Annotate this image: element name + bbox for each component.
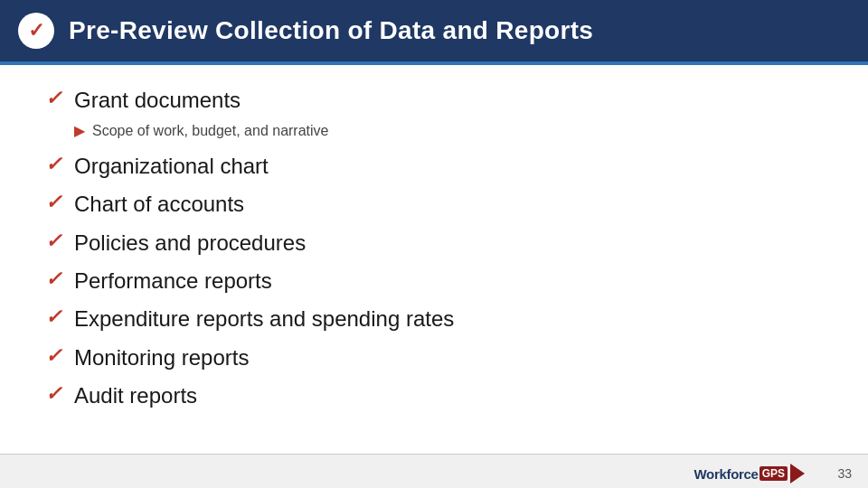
workforce-logo: Workforce GPS — [693, 466, 788, 482]
check-icon: ✓ — [28, 19, 44, 42]
checkmark-icon-2: ✓ — [45, 152, 65, 178]
list-item-policies: ✓ Policies and procedures — [45, 224, 823, 262]
list-item-org-chart: ✓ Organizational chart — [45, 147, 823, 185]
item-text-audit: Audit reports — [74, 381, 197, 410]
list-item-chart-accounts: ✓ Chart of accounts — [45, 185, 823, 223]
list-item-performance: ✓ Performance reports — [45, 262, 823, 300]
footer-logo: Workforce GPS — [693, 464, 805, 483]
arrow-icon-scope: ▶ — [74, 121, 85, 141]
checkmark-icon-3: ✓ — [45, 190, 65, 216]
list-item-grant-documents: ✓ Grant documents — [45, 81, 823, 119]
sub-item-scope: ▶ Scope of work, budget, and narrative — [45, 119, 823, 146]
sub-item-text-scope: Scope of work, budget, and narrative — [92, 121, 329, 141]
checkmark-icon-4: ✓ — [45, 229, 65, 255]
main-content: ✓ Grant documents ▶ Scope of work, budge… — [0, 65, 868, 425]
page-number: 33 — [837, 466, 852, 481]
item-text-monitoring: Monitoring reports — [74, 343, 249, 372]
logo-triangle-icon — [790, 464, 805, 483]
list-item-expenditure: ✓ Expenditure reports and spending rates — [45, 300, 823, 338]
header: ✓ Pre-Review Collection of Data and Repo… — [0, 0, 868, 61]
checkmark-icon-7: ✓ — [45, 343, 65, 370]
checkmark-icon-6: ✓ — [45, 305, 65, 331]
item-text-expenditure: Expenditure reports and spending rates — [74, 305, 454, 333]
list-item-audit: ✓ Audit reports — [45, 377, 823, 415]
item-text-org-chart: Organizational chart — [74, 152, 269, 181]
item-text-policies: Policies and procedures — [74, 229, 306, 258]
item-text-grant-documents: Grant documents — [74, 86, 241, 115]
page-title: Pre-Review Collection of Data and Report… — [69, 16, 593, 45]
list-item-monitoring: ✓ Monitoring reports — [45, 339, 823, 377]
checkmark-icon-8: ✓ — [45, 381, 65, 408]
logo-gps-text: GPS — [760, 466, 788, 481]
footer: Workforce GPS 33 — [0, 454, 868, 488]
checkmark-icon-1: ✓ — [45, 86, 65, 112]
item-text-performance: Performance reports — [74, 267, 272, 296]
checkmark-icon-5: ✓ — [45, 267, 65, 293]
header-icon: ✓ — [18, 13, 54, 49]
logo-workforce-text: Workforce — [693, 466, 758, 482]
item-text-chart-accounts: Chart of accounts — [74, 190, 244, 219]
